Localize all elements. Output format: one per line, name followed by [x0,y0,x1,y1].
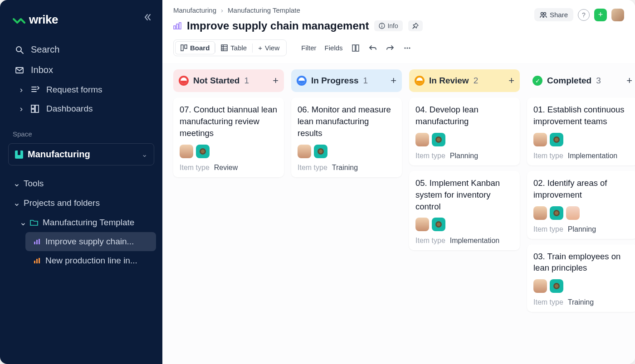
task-card[interactable]: 06. Monitor and measure lean manufacturi… [291,97,402,177]
chevron-down-icon: ⌄ [15,178,19,189]
svg-point-29 [406,47,408,49]
space-selector[interactable]: Manufacturing ⌄ [8,143,154,165]
card-title: 05. Implement Kanban system for inventor… [415,177,513,213]
main: Manufacturing › Manufacturing Template S… [162,0,635,364]
top-actions: Share ? + [534,8,624,21]
svg-rect-9 [34,261,35,263]
avatar[interactable] [298,145,311,158]
column-add-button[interactable]: + [391,75,396,87]
column-header[interactable]: Not Started1+ [173,69,284,92]
tree-manufacturing-template[interactable]: ⌄ Manufacturing Template [13,213,156,232]
tree-label: Tools [24,179,44,189]
tab-add-view[interactable]: + View [253,41,285,54]
svg-rect-21 [185,45,187,49]
meta-label: Item type [533,225,563,233]
tree-label: Manufacturing Template [43,218,134,228]
crumb-template[interactable]: Manufacturing Template [228,6,300,14]
avatar[interactable] [550,279,563,293]
card-title: 02. Identify areas of improvement [533,177,631,201]
task-card[interactable]: 04. Develop lean manufacturingItem typeP… [409,97,520,165]
nav-search[interactable]: Search [6,39,156,60]
column-add-button[interactable]: + [273,75,278,87]
space-label: Space [0,122,162,141]
fields-button[interactable]: Fields [325,44,343,52]
more-icon[interactable] [403,44,412,53]
column-header[interactable]: In Review2+ [409,69,520,92]
avatar[interactable] [196,145,210,158]
nav-inbox[interactable]: Inbox [6,60,156,80]
card-meta: Item typeReview [180,164,278,172]
task-card[interactable]: 07. Conduct biannual lean manufacturing … [173,97,284,177]
add-button[interactable]: + [594,9,607,21]
tree-new-production-line[interactable]: New production line in... [25,251,156,270]
avatar[interactable] [314,145,327,158]
filter-button[interactable]: Filter [301,44,316,52]
svg-rect-15 [176,24,178,29]
task-card[interactable]: 01. Establish continuous improvement tea… [527,97,635,165]
collapse-sidebar-icon[interactable] [142,13,151,22]
column-count: 1 [244,76,249,86]
card-title: 04. Develop lean manufacturing [415,104,513,127]
avatar[interactable] [566,206,580,220]
status-icon [297,76,307,86]
meta-value: Training [568,298,594,306]
wrike-logo-icon [13,15,25,24]
tree-improve-supply-chain[interactable]: Improve supply chain... [25,232,156,251]
meta-value: Planning [450,152,478,160]
avatar[interactable] [415,218,429,231]
redo-icon[interactable] [386,44,395,53]
nav-dashboards[interactable]: › Dashboards [11,99,156,118]
view-tabs: Board Table + View [173,39,287,56]
pin-button[interactable] [408,20,423,31]
card-title: 03. Train employees on lean principles [533,251,631,274]
crumb-manufacturing[interactable]: Manufacturing [173,6,216,14]
share-button[interactable]: Share [534,8,573,21]
card-title: 07. Conduct biannual lean manufacturing … [180,104,278,139]
card-meta: Item typePlanning [533,225,631,233]
column-add-button[interactable]: + [626,75,632,87]
info-button[interactable]: Info [374,20,402,31]
avatar[interactable] [180,145,193,158]
column-completed: ✓Completed3+01. Establish continuous imp… [527,69,635,356]
column-in_progress: In Progress1+06. Monitor and measure lea… [291,69,402,356]
expand-icon[interactable] [351,44,360,53]
avatar[interactable] [550,133,563,146]
tree-projects-folders[interactable]: ⌄ Projects and folders [6,193,156,213]
column-in_review: In Review2+04. Develop lean manufacturin… [409,69,520,356]
avatar[interactable] [533,133,547,146]
brand: wrike [0,8,162,36]
svg-point-13 [543,12,546,15]
svg-rect-4 [35,105,39,112]
assignees [298,145,396,158]
avatar[interactable] [415,133,429,146]
task-card[interactable]: 05. Implement Kanban system for inventor… [409,171,520,251]
nav-request-forms[interactable]: › Request forms [11,80,156,99]
avatar[interactable] [533,206,547,220]
tree-tools[interactable]: ⌄ Tools [6,174,156,193]
folder-icon [30,219,38,226]
toolbar-right: Filter Fields [301,44,411,53]
column-title: In Review [429,76,469,86]
svg-rect-5 [31,109,34,112]
avatar[interactable] [550,206,563,220]
task-card[interactable]: 03. Train employees on lean principlesIt… [527,244,635,312]
tab-board[interactable]: Board [175,41,215,54]
tab-label: View [265,44,279,52]
user-avatar[interactable] [611,9,624,21]
view-tabs-row: Board Table + View Filter Fields [162,35,635,63]
column-header[interactable]: In Progress1+ [291,69,402,92]
avatar[interactable] [533,279,547,293]
plus-icon: + [258,44,262,52]
task-card[interactable]: 02. Identify areas of improvementItem ty… [527,171,635,239]
help-button[interactable]: ? [578,9,590,21]
undo-icon[interactable] [368,44,377,53]
meta-value: Training [332,164,358,172]
avatar[interactable] [432,218,445,231]
pin-icon [412,22,419,29]
tab-table[interactable]: Table [215,41,252,54]
column-add-button[interactable]: + [508,75,514,87]
column-header[interactable]: ✓Completed3+ [527,69,635,92]
column-title: Not Started [193,76,239,86]
dashboard-icon [30,104,40,114]
avatar[interactable] [432,133,445,146]
